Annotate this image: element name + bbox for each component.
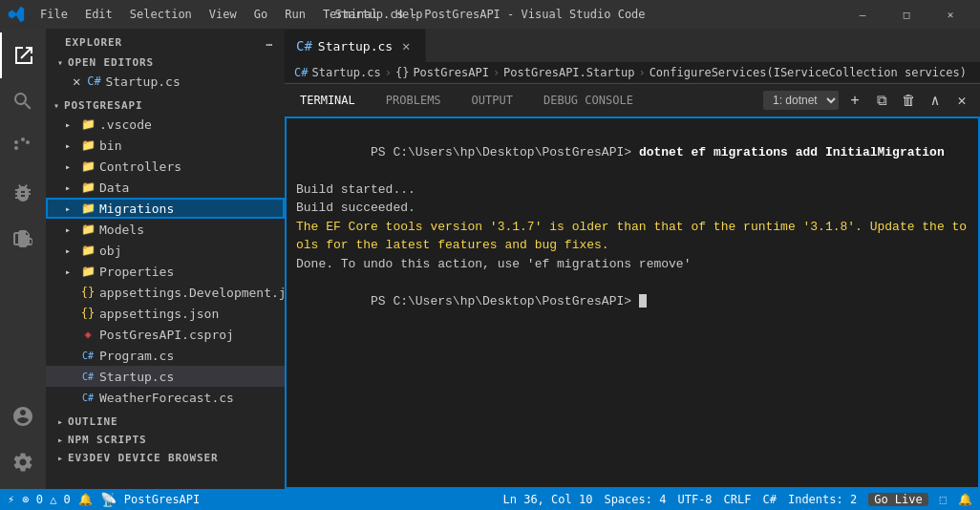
terminal-trash-icon[interactable]: 🗑 [898,90,919,111]
status-errors[interactable]: ⊗ 0 △ 0 [22,493,71,506]
item-label: Startup.cs [99,370,285,384]
terminal-line-5: ols for the latest features and bug fixe… [296,236,969,255]
activity-search-icon[interactable] [0,78,46,124]
activity-explorer-icon[interactable] [0,32,46,78]
activity-bar-bottom [0,393,46,485]
new-file-icon[interactable]: … [266,36,273,49]
sidebar-item-appsettings[interactable]: {} appsettings.json [46,303,285,324]
item-label: PostGresAPI.csproj [99,328,285,342]
sidebar-item-vscode[interactable]: ▸ 📁 .vscode [46,114,285,135]
outline-section[interactable]: ▸ OUTLINE [46,412,285,430]
sidebar: Explorer … ▾ Open Editors ✕ C# Startup.c… [46,29,285,489]
terminal-close-icon[interactable]: ✕ [951,90,972,111]
status-line-endings[interactable]: CRLF [724,493,752,506]
menu-view[interactable]: View [202,6,245,23]
csproj-icon: ◈ [80,327,96,342]
terminal-cursor [639,294,647,308]
menu-selection[interactable]: Selection [122,6,200,23]
terminal-line-6: Done. To undo this action, use 'ef migra… [296,255,969,274]
tab-problems[interactable]: PROBLEMS [371,84,457,117]
folder-arrow: ▸ [65,266,80,277]
sidebar-item-controllers[interactable]: ▸ 📁 Controllers [46,156,285,177]
sidebar-item-models[interactable]: ▸ 📁 Models [46,219,285,240]
activity-settings-icon[interactable] [0,439,46,485]
sidebar-item-migrations[interactable]: ▸ 📁 Migrations [46,198,285,219]
terminal-line-7: PS C:\Users\hp\Desktop\PostGresAPI> [296,273,969,329]
terminal-split-icon[interactable]: ⧉ [871,90,892,111]
sidebar-header-icons: … [266,36,273,49]
postgresapi-section[interactable]: ▾ POSTGRESAPI [46,96,285,114]
status-golive[interactable]: Go Live [868,493,928,506]
item-label: .vscode [99,117,285,132]
terminal-prompt-2: PS C:\Users\hp\Desktop\PostGresAPI> [371,294,639,308]
terminal-chevron-up-icon[interactable]: ∧ [925,90,946,111]
activity-bar [0,29,46,489]
sidebar-item-program[interactable]: C# Program.cs [46,345,285,366]
status-encoding[interactable]: UTF-8 [677,493,712,506]
status-broadcast-icon[interactable]: 📡 [100,492,117,507]
menu-go[interactable]: Go [246,6,275,23]
window-title: Startup.cs - PostGresAPI - Visual Studio… [334,8,645,21]
folder-arrow: ▸ [65,119,80,130]
terminal-tab-bar: TERMINAL PROBLEMS OUTPUT DEBUG CONSOLE 1… [285,83,980,117]
tab-debug-console[interactable]: DEBUG CONSOLE [528,84,649,117]
menu-file[interactable]: File [32,6,75,23]
breadcrumb-braces[interactable]: {} [395,66,409,79]
sidebar-item-bin[interactable]: ▸ 📁 bin [46,135,285,156]
tab-close-icon[interactable]: ✕ [398,38,414,53]
maximize-button[interactable]: □ [884,0,928,29]
status-indents[interactable]: Indents: 2 [788,493,857,506]
status-spaces[interactable]: Spaces: 4 [604,493,666,506]
activity-scm-icon[interactable] [0,124,46,170]
close-editor-icon[interactable]: ✕ [69,74,84,89]
minimize-button[interactable]: – [841,0,884,29]
editor-tab-startup[interactable]: C# Startup.cs ✕ [285,29,426,62]
ev3dev-section[interactable]: ▸ EV3DEV DEVICE BROWSER [46,448,285,466]
status-bar-right: Ln 36, Col 10 Spaces: 4 UTF-8 CRLF C# In… [503,493,973,506]
status-language[interactable]: C# [762,493,776,506]
status-git-icon[interactable]: ⚡ [8,493,14,506]
folder-arrow: ▸ [65,161,80,172]
sidebar-item-weatherforecast[interactable]: C# WeatherForecast.cs [46,387,285,408]
activity-debug-icon[interactable] [0,170,46,216]
status-project[interactable]: PostGresAPI [124,493,200,506]
terminal-line-1: PS C:\Users\hp\Desktop\PostGresAPI> dotn… [296,124,969,181]
activity-extensions-icon[interactable] [0,216,46,262]
folder-icon: 📁 [80,180,96,195]
item-label: obj [99,244,285,258]
open-editor-item-startup[interactable]: ✕ C# Startup.cs [46,71,285,92]
sidebar-item-csproj[interactable]: ◈ PostGresAPI.csproj [46,324,285,345]
sidebar-item-appsettings-dev[interactable]: {} appsettings.Development.json [46,282,285,303]
sidebar-item-obj[interactable]: ▸ 📁 obj [46,240,285,261]
menu-edit[interactable]: Edit [77,6,120,23]
menu-run[interactable]: Run [277,6,313,23]
tab-output[interactable]: OUTPUT [457,84,528,117]
breadcrumb-namespace[interactable]: PostGresAPI [413,66,488,79]
status-bell-icon[interactable]: 🔔 [78,493,93,506]
terminal-line-2: Build started... [296,181,969,200]
terminal-add-icon[interactable]: + [844,90,865,111]
status-cursor-pos[interactable]: Ln 36, Col 10 [503,493,593,506]
outline-label: OUTLINE [68,415,118,428]
item-label: appsettings.json [99,307,285,321]
sidebar-item-startup[interactable]: C# Startup.cs [46,366,285,387]
terminal-instance-select[interactable]: 1: dotnet [763,91,839,110]
open-editors-section[interactable]: ▾ Open Editors [46,53,285,71]
npm-section[interactable]: ▸ NPM SCRIPTS [46,430,285,448]
open-editor-filename: Startup.cs [105,74,285,89]
terminal-content[interactable]: PS C:\Users\hp\Desktop\PostGresAPI> dotn… [285,117,980,489]
status-notification-icon[interactable]: 🔔 [958,493,972,506]
sidebar-item-properties[interactable]: ▸ 📁 Properties [46,261,285,282]
breadcrumb-class[interactable]: PostGresAPI.Startup [503,66,634,79]
breadcrumb-method[interactable]: ConfigureServices(IServiceCollection ser… [650,66,967,79]
close-button[interactable]: ✕ [928,0,972,29]
item-label: Program.cs [99,349,285,363]
explorer-label: Explorer [65,36,122,49]
terminal-prompt-1: PS C:\Users\hp\Desktop\PostGresAPI> [371,145,639,159]
terminal-command-1: dotnet ef migrations add InitialMigratio… [639,145,945,159]
breadcrumb-file[interactable]: Startup.cs [311,66,380,79]
tab-terminal[interactable]: TERMINAL [285,84,371,117]
sidebar-item-data[interactable]: ▸ 📁 Data [46,177,285,198]
activity-accounts-icon[interactable] [0,393,46,439]
status-remote-icon[interactable]: ⬚ [940,493,947,506]
